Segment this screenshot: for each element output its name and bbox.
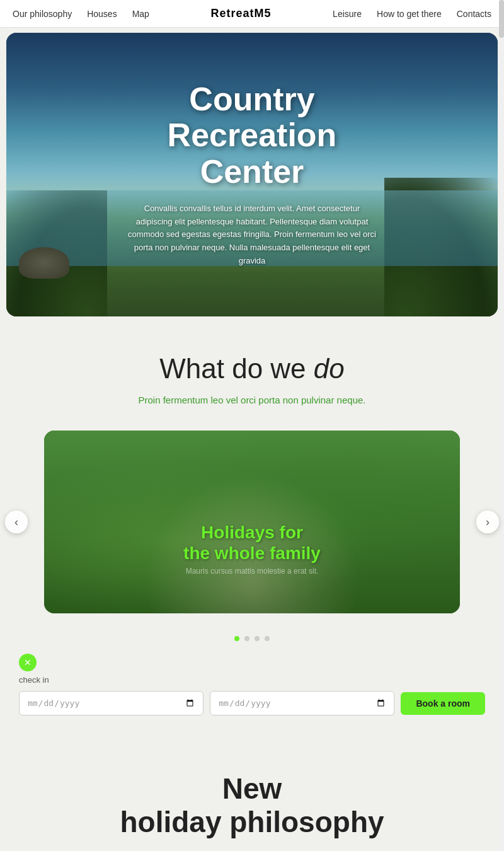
dot-2[interactable] <box>244 636 249 641</box>
dot-4[interactable] <box>265 636 270 641</box>
hero-subtitle: Convallis convallis tellus id interdum v… <box>126 202 378 268</box>
dot-1[interactable] <box>234 636 239 641</box>
nav-contacts[interactable]: Contacts <box>457 9 491 19</box>
nav-houses[interactable]: Houses <box>87 9 117 19</box>
scrollbar-thumb[interactable] <box>499 0 504 38</box>
hero-title: Country Recreation Center <box>126 81 378 190</box>
carousel-slide: Holidays for the whole family Mauris cur… <box>44 431 460 613</box>
nav-left: Our philosophy Houses Map <box>13 9 149 19</box>
carousel: ‹ Holidays for the whole family Mauris c… <box>0 424 504 626</box>
booking-section: ✕ check in Book a room <box>0 641 504 734</box>
nav-right: Leisure How to get there Contacts <box>333 9 491 19</box>
hero-section: Country Recreation Center Convallis conv… <box>6 33 498 316</box>
checkin-date-input[interactable] <box>19 691 203 715</box>
booking-row: Book a room <box>19 691 485 715</box>
booking-checkin-label: check in <box>19 675 485 685</box>
new-section: New holiday philosophy <box>0 734 504 851</box>
dot-3[interactable] <box>255 636 260 641</box>
what-subtext: Proin fermentum leo vel orci porta non p… <box>13 395 491 405</box>
nav-map[interactable]: Map <box>132 9 149 19</box>
what-heading: What do we do <box>13 353 491 385</box>
carousel-subtitle: Mauris cursus mattis molestie a erat sit… <box>183 567 321 576</box>
navbar: Our philosophy Houses Map RetreatM5 Leis… <box>0 0 504 28</box>
book-room-button[interactable]: Book a room <box>401 692 485 715</box>
carousel-title: Holidays for the whole family <box>183 522 321 564</box>
carousel-text: Holidays for the whole family Mauris cur… <box>183 522 321 576</box>
nav-brand[interactable]: RetreatM5 <box>210 7 271 20</box>
carousel-dots <box>0 636 504 641</box>
nav-leisure[interactable]: Leisure <box>333 9 362 19</box>
checkout-date-input[interactable] <box>210 691 394 715</box>
carousel-next-button[interactable]: › <box>476 511 499 533</box>
hero-content: Country Recreation Center Convallis conv… <box>113 69 391 281</box>
nav-how-to-get-there[interactable]: How to get there <box>377 9 442 19</box>
carousel-prev-button[interactable]: ‹ <box>5 511 28 533</box>
new-heading: New holiday philosophy <box>13 772 491 839</box>
booking-icon: ✕ <box>19 654 37 671</box>
nav-our-philosophy[interactable]: Our philosophy <box>13 9 72 19</box>
what-section: What do we do Proin fermentum leo vel or… <box>0 321 504 424</box>
scrollbar-track <box>499 0 504 851</box>
